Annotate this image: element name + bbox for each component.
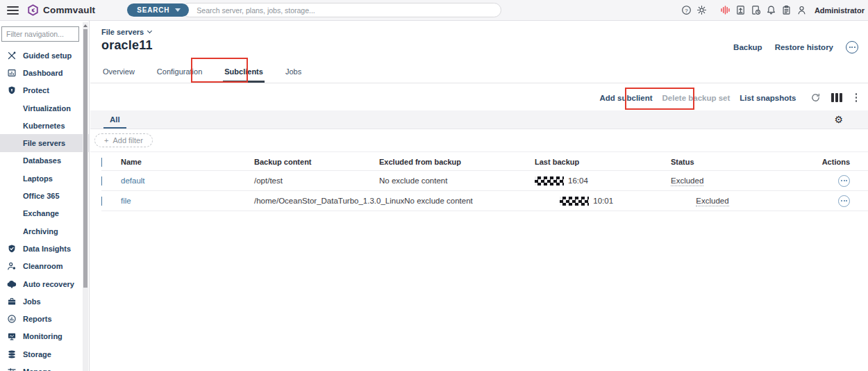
sidebar-item-kubernetes[interactable]: Kubernetes [0, 117, 89, 134]
list-snapshots-button[interactable]: List snapshots [740, 94, 796, 102]
user-name[interactable]: Administrator [815, 6, 865, 15]
sidebar-item-reports[interactable]: Reports [0, 310, 89, 327]
sidebar-item-laptops[interactable]: Laptops [0, 170, 89, 187]
column-header-actions: Actions [803, 158, 868, 166]
tab-all-label: All [110, 115, 120, 124]
sidebar-item-storage[interactable]: Storage [0, 345, 89, 363]
search-button-label: SEARCH [137, 6, 169, 14]
subclient-name-link[interactable]: default [121, 176, 145, 185]
excluded-cell: No exclude content [379, 176, 535, 185]
backup-set-tab-bar: All ⚙ [90, 110, 868, 129]
column-header-last-backup[interactable]: Last backup [535, 158, 671, 166]
sidebar-item-file-servers[interactable]: File servers [0, 134, 89, 151]
global-search-input[interactable] [182, 3, 501, 17]
column-header-status[interactable]: Status [671, 158, 803, 166]
kebab-menu-icon[interactable] [853, 93, 860, 102]
sidebar-item-dashboard[interactable]: Dashboard [0, 64, 89, 81]
sidebar-item-manage[interactable]: Manage [0, 363, 89, 371]
restore-history-button[interactable]: Restore history [775, 43, 833, 51]
breadcrumb[interactable]: File servers [101, 28, 151, 36]
table-settings-gear-icon[interactable]: ⚙ [834, 115, 843, 124]
column-header-backup-content[interactable]: Backup content [254, 158, 379, 166]
sidebar-item-label: Storage [23, 350, 51, 358]
download-center-icon[interactable] [735, 5, 746, 16]
briefcase-icon [7, 297, 17, 306]
sliders-icon [7, 367, 17, 371]
status-badge: Excluded [696, 197, 728, 206]
tab-all[interactable]: All [110, 110, 120, 129]
job-summary-icon[interactable] [751, 5, 762, 16]
more-actions-button[interactable] [846, 41, 858, 53]
row-expand-chevron-icon[interactable] [101, 176, 102, 186]
sidebar-item-label: Virtualization [23, 104, 71, 113]
last-backup-time: 10:01 [593, 197, 613, 205]
tab-bar: Overview Configuration Subclients Jobs [90, 63, 868, 83]
sidebar-item-label: Monitoring [23, 332, 62, 340]
menu-hamburger-icon[interactable] [7, 6, 19, 15]
sidebar-item-label: Manage [23, 368, 51, 371]
tools-icon [7, 51, 17, 60]
page-title: oracle11 [101, 38, 153, 53]
columns-icon[interactable] [831, 92, 843, 103]
sidebar-item-monitoring[interactable]: Monitoring [0, 328, 89, 345]
tab-overview[interactable]: Overview [101, 63, 136, 83]
redacted-date-block [560, 197, 589, 206]
table-row: file /home/OceanStor_DataTurbo_1.3.0_Lin… [101, 191, 868, 211]
sidebar-item-virtualization[interactable]: Virtualization [0, 99, 89, 117]
tab-jobs[interactable]: Jobs [284, 63, 303, 83]
alerts-bell-icon[interactable] [766, 5, 777, 16]
sidebar-item-data-insights[interactable]: Data Insights [0, 240, 89, 257]
help-icon[interactable]: ? [681, 5, 692, 16]
sidebar-item-jobs[interactable]: Jobs [0, 292, 89, 310]
subclient-name-link[interactable]: file [121, 197, 131, 205]
user-profile-icon[interactable] [796, 5, 808, 16]
scrollbar-up-arrow-icon[interactable] [83, 24, 87, 27]
refresh-icon[interactable] [810, 92, 821, 103]
commvault-logo: Commvault [27, 4, 95, 16]
tab-configuration[interactable]: Configuration [156, 63, 203, 83]
sidebar-item-label: Databases [23, 156, 61, 165]
sidebar-scrollbar[interactable] [83, 22, 88, 371]
sidebar-item-cleanroom[interactable]: Cleanroom [0, 258, 89, 275]
sidebar-item-protect[interactable]: Protect [0, 82, 89, 99]
tab-subclients[interactable]: Subclients [223, 63, 265, 83]
backup-button[interactable]: Backup [733, 43, 762, 51]
column-header-name[interactable]: Name [121, 158, 254, 166]
report-chart-icon [7, 314, 17, 324]
search-scope-button[interactable]: SEARCH [127, 3, 189, 17]
sidebar-item-label: Data Insights [23, 245, 71, 253]
select-chevron-icon[interactable] [101, 158, 102, 167]
main-content: File servers oracle11 Backup Restore his… [90, 21, 868, 371]
sidebar-item-exchange[interactable]: Exchange [0, 205, 89, 222]
theme-sun-icon[interactable] [696, 5, 708, 16]
add-filter-button[interactable]: + Add filter [94, 133, 153, 147]
scrollbar-thumb[interactable] [83, 29, 87, 288]
breadcrumb-label: File servers [101, 28, 144, 36]
topbar-right-icons: ? [681, 5, 865, 16]
events-clipboard-icon[interactable] [781, 5, 792, 16]
sidebar-item-databases[interactable]: Databases [0, 152, 89, 170]
cloud-recovery-icon [7, 279, 17, 289]
sidebar-item-office-365[interactable]: Office 365 [0, 187, 89, 204]
column-header-excluded-from-backup[interactable]: Excluded from backup [379, 158, 535, 166]
last-backup-time: 16:04 [568, 176, 588, 185]
filter-row: + Add filter [90, 129, 868, 152]
delete-backup-set-button[interactable]: Delete backup set [662, 94, 731, 102]
filter-navigation-input[interactable] [1, 26, 79, 42]
sidebar-item-label: Exchange [23, 209, 59, 217]
sidebar-item-archiving[interactable]: Archiving [0, 222, 89, 240]
row-actions-button[interactable] [838, 175, 850, 187]
sidebar-item-guided-setup[interactable]: Guided setup [0, 47, 89, 64]
row-expand-chevron-icon[interactable] [101, 197, 102, 206]
table-header-row: Name Backup content Excluded from backup… [101, 154, 868, 171]
sidebar-item-label: File servers [23, 139, 65, 147]
caret-down-icon [175, 8, 181, 12]
storage-disks-icon [7, 349, 17, 359]
assistant-activity-icon[interactable] [720, 5, 731, 16]
plus-icon: + [104, 136, 108, 145]
row-actions-button[interactable] [838, 195, 850, 207]
add-subclient-button[interactable]: Add subclient [600, 94, 653, 102]
shield-check-icon [7, 244, 17, 254]
subclients-table: Name Backup content Excluded from backup… [101, 154, 868, 211]
sidebar-item-auto-recovery[interactable]: Auto recovery [0, 275, 89, 292]
